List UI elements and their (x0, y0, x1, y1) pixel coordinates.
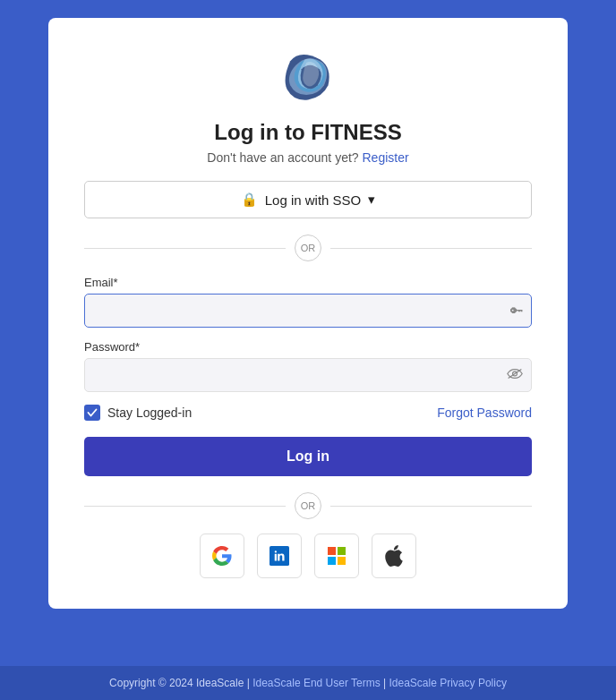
login-card: Log in to FITNESS Don't have an account … (48, 18, 568, 609)
terms-link[interactable]: IdeaScale End User Terms (252, 677, 381, 689)
sso-button-label: Log in with SSO (265, 192, 362, 208)
or-line2-left (84, 506, 286, 507)
email-input[interactable] (84, 294, 532, 328)
password-toggle-icon[interactable] (507, 368, 523, 383)
logo (276, 45, 340, 109)
copyright-text: Copyright © 2024 IdeaScale (109, 677, 244, 689)
linkedin-login-button[interactable] (257, 534, 302, 578)
apple-login-button[interactable] (372, 534, 416, 578)
register-link[interactable]: Register (362, 150, 408, 165)
or-line-right (330, 248, 532, 249)
stay-logged-label: Stay Logged-in (107, 405, 192, 420)
or-line2-right (330, 506, 532, 507)
footer: Copyright © 2024 IdeaScale | IdeaScale E… (0, 666, 616, 700)
password-input-wrapper (84, 358, 532, 392)
or-label-2: OR (295, 492, 321, 519)
privacy-link[interactable]: IdeaScale Privacy Policy (389, 677, 507, 689)
options-row: Stay Logged-in Forgot Password (84, 405, 532, 421)
sso-button[interactable]: 🔒 Log in with SSO ▾ (84, 181, 532, 218)
email-autofill-icon[interactable]: 🔑︎ (510, 303, 523, 318)
login-button[interactable]: Log in (84, 437, 532, 476)
stay-logged-checkbox[interactable] (84, 405, 100, 421)
page-container: Log in to FITNESS Don't have an account … (0, 0, 616, 700)
lock-icon: 🔒 (241, 192, 258, 208)
sso-dropdown-arrow: ▾ (368, 192, 375, 208)
page-title: Log in to FITNESS (214, 120, 401, 145)
email-input-wrapper: 🔑︎ (84, 294, 532, 328)
social-login-row (200, 534, 416, 578)
google-login-button[interactable] (200, 534, 244, 578)
password-label: Password* (84, 340, 532, 354)
stay-logged-group: Stay Logged-in (84, 405, 192, 421)
forgot-password-link[interactable]: Forgot Password (437, 405, 532, 420)
or-divider-2: OR (84, 492, 532, 519)
email-form-group: Email* 🔑︎ (84, 276, 532, 328)
microsoft-login-button[interactable] (314, 534, 359, 578)
subtitle-text: Don't have an account yet? Register (207, 150, 408, 165)
or-divider-1: OR (84, 235, 532, 261)
password-form-group: Password* (84, 340, 532, 392)
or-line-left (84, 248, 286, 249)
password-input[interactable] (84, 358, 532, 392)
email-label: Email* (84, 276, 532, 289)
microsoft-icon (328, 547, 346, 565)
or-label-1: OR (295, 235, 321, 261)
